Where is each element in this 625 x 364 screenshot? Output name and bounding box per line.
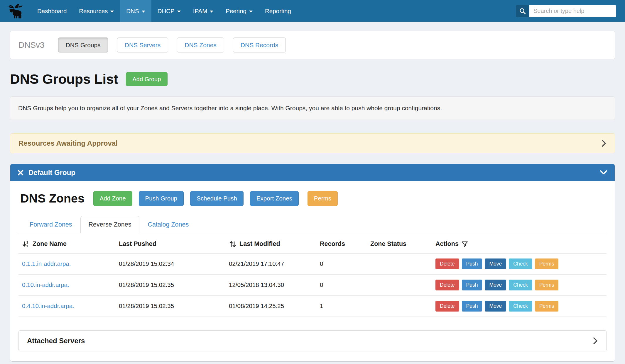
column-last-pushed: Last Pushed	[115, 233, 225, 254]
nav-item-ipam[interactable]: IPAM	[187, 0, 220, 22]
nav-item-label: Reporting	[265, 8, 291, 15]
filter-icon[interactable]	[462, 241, 468, 247]
subnav-dns-zones-button[interactable]: DNS Zones	[177, 38, 224, 52]
column-label: Last Modified	[239, 240, 280, 248]
subnav-dns-servers-button[interactable]: DNS Servers	[117, 38, 168, 52]
search-icon[interactable]	[516, 5, 529, 17]
nav-item-label: DNS	[126, 8, 139, 15]
search-input[interactable]	[529, 5, 616, 17]
nav-item-label: Peering	[226, 8, 246, 15]
perms-button[interactable]: Perms	[308, 191, 338, 206]
last-pushed-cell: 01/28/2019 15:02:34	[115, 253, 225, 274]
table-header-row: 1 2 Zone Name Last Pushed	[18, 233, 607, 254]
zone-name-link[interactable]: 0.4.10.in-addr.arpa.	[22, 302, 74, 309]
page-header: DNS Groups List Add Group	[10, 71, 615, 87]
caret-down-icon	[142, 11, 145, 13]
zones-heading: DNS Zones	[20, 192, 85, 205]
actions-cell: DeletePushMoveCheckPerms	[432, 274, 607, 295]
zone-name-link[interactable]: 0.1.1.in-addr.arpa.	[22, 260, 71, 267]
table-row: 0.10.in-addr.arpa. 01/28/2019 15:02:35 1…	[18, 274, 607, 295]
caret-down-icon	[249, 11, 253, 13]
check-button[interactable]: Check	[509, 301, 532, 312]
column-zone-status: Zone Status	[367, 233, 432, 254]
brand-logo[interactable]	[5, 0, 31, 22]
nav-item-label: IPAM	[193, 8, 207, 15]
approval-accordion[interactable]: Resources Awaiting Approval	[10, 133, 615, 153]
svg-text:2: 2	[26, 244, 28, 248]
nav-item-reporting[interactable]: Reporting	[259, 0, 297, 22]
column-label: Last Pushed	[119, 240, 156, 248]
nav-item-resources[interactable]: Resources	[73, 0, 120, 22]
move-button[interactable]: Move	[485, 280, 506, 290]
zones-header: DNS Zones Add Zone Push Group Schedule P…	[18, 189, 607, 206]
tab-catalog-zones[interactable]: Catalog Zones	[139, 216, 197, 233]
approval-accordion-title: Resources Awaiting Approval	[18, 139, 118, 147]
navbar-search	[516, 0, 616, 22]
last-modified-cell: 02/21/2019 17:10:47	[225, 253, 316, 274]
delete-button[interactable]: Delete	[435, 301, 459, 312]
last-modified-cell: 01/08/2019 14:25:25	[225, 295, 316, 317]
column-label: Zone Status	[370, 240, 406, 248]
dns-subnav-buttons: DNS Groups DNS Servers DNS Zones DNS Rec…	[58, 38, 286, 52]
perms-button[interactable]: Perms	[535, 280, 559, 290]
column-last-modified[interactable]: Last Modified	[225, 233, 316, 254]
column-actions[interactable]: Actions	[432, 233, 607, 254]
schedule-push-button[interactable]: Schedule Push	[190, 191, 244, 206]
column-zone-name[interactable]: 1 2 Zone Name	[18, 233, 115, 254]
tab-forward-zones[interactable]: Forward Zones	[21, 216, 80, 233]
delete-button[interactable]: Delete	[435, 280, 459, 290]
caret-down-icon	[177, 11, 181, 13]
chevron-down-icon[interactable]	[599, 170, 608, 176]
zone-name-cell: 0.4.10.in-addr.arpa.	[18, 295, 115, 317]
table-row: 0.4.10.in-addr.arpa. 01/28/2019 15:02:35…	[18, 295, 607, 317]
delete-button[interactable]: Delete	[435, 258, 459, 269]
check-button[interactable]: Check	[509, 258, 532, 269]
perms-button[interactable]: Perms	[535, 301, 559, 312]
column-records: Records	[316, 233, 367, 254]
last-pushed-cell: 01/28/2019 15:02:35	[115, 274, 225, 295]
nav-item-dashboard[interactable]: Dashboard	[31, 0, 73, 22]
perms-button[interactable]: Perms	[535, 258, 559, 269]
nav-item-label: DHCP	[158, 8, 175, 15]
close-icon[interactable]	[17, 169, 24, 176]
move-button[interactable]: Move	[485, 258, 506, 269]
primary-nav: Dashboard Resources DNS DHCP IPAM Peerin…	[31, 0, 297, 22]
export-zones-button[interactable]: Export Zones	[250, 191, 299, 206]
nav-item-dns[interactable]: DNS	[120, 0, 151, 22]
sort-icon	[229, 240, 237, 248]
check-button[interactable]: Check	[509, 280, 532, 290]
actions-cell: DeletePushMoveCheckPerms	[432, 295, 607, 317]
navbar: Dashboard Resources DNS DHCP IPAM Peerin…	[0, 0, 625, 22]
page-title: DNS Groups List	[10, 71, 118, 87]
zones-tabs: Forward Zones Reverse Zones Catalog Zone…	[18, 216, 607, 233]
subnav-dns-records-button[interactable]: DNS Records	[233, 38, 286, 52]
default-group-panel: Default Group DNS Zones Add Zone Push Gr…	[10, 164, 615, 362]
groups-description: DNS Groups help you to organize all of y…	[10, 96, 615, 120]
push-group-button[interactable]: Push Group	[139, 191, 184, 206]
svg-text:1: 1	[26, 241, 28, 244]
zone-name-cell: 0.1.1.in-addr.arpa.	[18, 253, 115, 274]
nav-item-dhcp[interactable]: DHCP	[151, 0, 187, 22]
nav-item-label: Dashboard	[37, 8, 67, 15]
zone-name-link[interactable]: 0.10.in-addr.arpa.	[22, 281, 69, 288]
add-zone-button[interactable]: Add Zone	[93, 191, 132, 206]
main-content: DNSv3 DNS Groups DNS Servers DNS Zones D…	[0, 31, 625, 364]
default-group-panel-header[interactable]: Default Group	[10, 164, 615, 181]
chevron-right-icon	[601, 139, 607, 147]
attached-servers-title: Attached Servers	[27, 337, 85, 345]
zones-table-body: 0.1.1.in-addr.arpa. 01/28/2019 15:02:34 …	[18, 253, 607, 317]
tab-reverse-zones[interactable]: Reverse Zones	[80, 216, 140, 233]
attached-servers-accordion[interactable]: Attached Servers	[18, 330, 607, 351]
actions-cell: DeletePushMoveCheckPerms	[432, 253, 607, 274]
subnav-dns-groups-button[interactable]: DNS Groups	[58, 38, 108, 52]
add-group-button[interactable]: Add Group	[126, 72, 168, 86]
zone-status-cell	[367, 274, 432, 295]
nav-item-peering[interactable]: Peering	[219, 0, 259, 22]
chevron-right-icon	[593, 337, 598, 345]
push-button[interactable]: Push	[462, 280, 482, 290]
moose-logo-icon	[8, 3, 23, 19]
push-button[interactable]: Push	[462, 258, 482, 269]
push-button[interactable]: Push	[462, 301, 482, 312]
dns-subnav: DNSv3 DNS Groups DNS Servers DNS Zones D…	[10, 31, 615, 59]
move-button[interactable]: Move	[485, 301, 506, 312]
